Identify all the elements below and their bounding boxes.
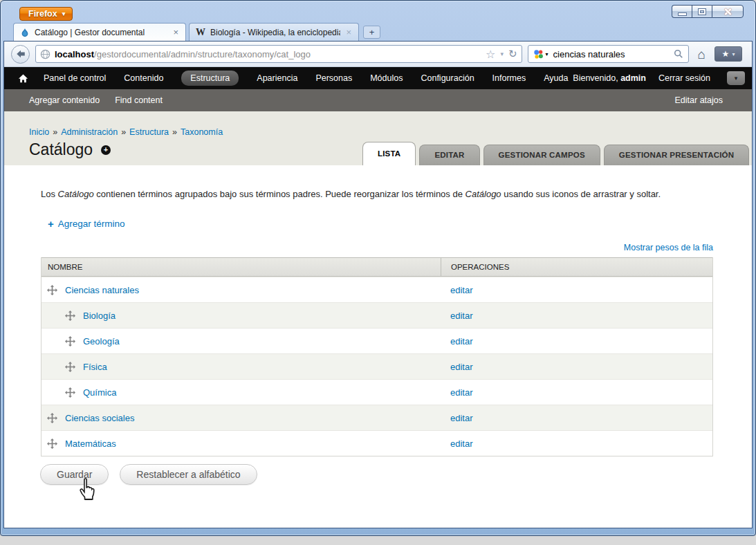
search-icon[interactable] [674,49,683,59]
edit-link[interactable]: editar [450,362,473,372]
menu-item-configuracion[interactable]: Configuración [421,71,474,86]
tab-gestionar-campos[interactable]: GESTIONAR CAMPOS [483,145,600,165]
tab-close-icon[interactable]: × [344,27,353,37]
shortcut-bar: Agregar contenido Find content Editar at… [4,89,752,111]
bookmark-star-icon[interactable]: ☆ [486,48,495,61]
maximize-icon [699,9,706,15]
new-tab-button[interactable]: + [363,26,380,39]
home-icon[interactable] [18,73,28,84]
wikipedia-favicon-icon: W [195,27,206,38]
drupal-page: Inicio»Administración»Estructura»Taxonom… [4,111,752,528]
breadcrumb-separator: » [172,127,177,137]
table-row: Matemáticas editar [42,430,712,456]
edit-link[interactable]: editar [450,311,473,321]
toolbar-toggle-button[interactable]: ▾ [727,71,745,85]
search-input[interactable]: ▾ ciencias naturales [528,45,689,63]
page-title: Catálogo [29,140,93,159]
admin-menu: Panel de control Contenido Estructura Ap… [44,71,568,86]
page-header: Inicio»Administración»Estructura»Taxonom… [4,111,752,165]
term-link[interactable]: Geología [83,336,120,347]
drag-handle-icon[interactable] [65,311,75,321]
hand-cursor-icon [78,478,96,502]
add-icon[interactable]: + [101,145,111,155]
username: admin [620,73,646,83]
menu-item-apariencia[interactable]: Apariencia [257,71,297,86]
term-link[interactable]: Ciencias naturales [65,285,139,295]
browser-tab-strip: Catálogo | Gestor documental × W Biologí… [1,21,755,41]
add-term-link[interactable]: + Agregar término [48,218,125,230]
drag-handle-icon[interactable] [47,413,57,423]
table-row: Ciencias naturales editar [42,277,712,302]
menu-item-estructura[interactable]: Estructura [181,71,239,86]
edit-link[interactable]: editar [450,285,473,295]
menu-item-ayuda[interactable]: Ayuda [544,71,568,86]
tab-lista[interactable]: LISTA [362,142,416,165]
chevron-down-icon[interactable]: ▾ [500,50,504,57]
show-row-weights-link[interactable]: Mostrar pesos de la fila [624,243,713,252]
term-link[interactable]: Física [83,362,107,372]
admin-toolbar: Panel de control Contenido Estructura Ap… [4,67,752,89]
tab-close-icon[interactable]: × [172,27,180,37]
drag-handle-icon[interactable] [65,336,75,347]
add-term-label: Agregar término [58,219,125,229]
firefox-menu-label: Firefox [28,9,57,19]
breadcrumb-estructura[interactable]: Estructura [129,127,169,137]
drag-handle-icon[interactable] [65,362,75,372]
page-tabs: LISTA EDITAR GESTIONAR CAMPOS GESTIONAR … [362,142,749,165]
desktop-background [0,536,756,545]
drag-handle-icon[interactable] [47,438,57,449]
maximize-button[interactable] [692,5,712,18]
back-button[interactable] [11,45,30,64]
welcome-text: Bienvenido, admin [573,73,646,83]
term-link[interactable]: Matemáticas [65,438,116,449]
breadcrumb-administracion[interactable]: Administración [61,127,118,137]
breadcrumb: Inicio»Administración»Estructura»Taxonom… [29,127,223,137]
logout-link[interactable]: Cerrar sesión [658,73,710,83]
shortcut-add-content[interactable]: Agregar contenido [29,95,100,105]
breadcrumb-inicio[interactable]: Inicio [29,127,49,137]
browser-tab-wikipedia[interactable]: W Biología - Wikipedia, la enciclopedia … [189,23,359,41]
admin-toolbar-right: Bienvenido, admin Cerrar sesión ▾ [573,71,745,85]
home-button[interactable]: ⌂ [694,48,709,61]
drag-handle-icon[interactable] [65,387,75,398]
minimize-icon [679,13,686,15]
bookmarks-button[interactable]: ★ ▾ [714,46,742,62]
term-link[interactable]: Ciencias sociales [65,413,134,423]
browser-content-frame: localhost/gestordocumental/admin/structu… [3,41,753,528]
close-button[interactable] [712,5,744,18]
chevron-down-icon[interactable]: ▾ [546,51,548,57]
shortcut-find-content[interactable]: Find content [115,95,163,105]
breadcrumb-taxonomia[interactable]: Taxonomía [181,127,223,137]
edit-shortcuts-link[interactable]: Editar atajos [675,95,723,105]
edit-link[interactable]: editar [450,413,473,423]
vocabulary-description: Los Catálogo contienen términos agrupado… [41,188,712,201]
browser-tab-catalogo[interactable]: Catálogo | Gestor documental × [13,23,186,41]
reset-alphabetical-button[interactable]: Restablecer a alfabético [120,464,257,485]
edit-link[interactable]: editar [450,438,473,449]
welcome-prefix: Bienvenido, [573,73,618,83]
tab-gestionar-presentacion[interactable]: GESTIONAR PRESENTACIÓN [604,145,749,165]
minimize-button[interactable] [672,5,692,18]
navigation-toolbar: localhost/gestordocumental/admin/structu… [4,41,752,67]
chevron-down-icon: ▾ [735,75,738,82]
drag-handle-icon[interactable] [47,285,57,295]
reload-icon[interactable]: ↻ [508,48,517,60]
plus-icon: + [48,218,54,230]
tab-title: Catálogo | Gestor documental [35,28,167,37]
save-button[interactable]: Guardar [40,464,109,485]
url-bar[interactable]: localhost/gestordocumental/admin/structu… [35,45,522,63]
column-header-nombre: NOMBRE [42,258,441,276]
edit-link[interactable]: editar [450,387,473,398]
tab-editar[interactable]: EDITAR [419,145,479,165]
menu-item-informes[interactable]: Informes [492,71,526,86]
term-link[interactable]: Química [83,387,116,398]
menu-item-contenido[interactable]: Contenido [124,71,163,86]
menu-item-modulos[interactable]: Módulos [370,71,403,86]
edit-link[interactable]: editar [450,336,473,347]
firefox-menu-button[interactable]: Firefox ▾ [19,7,73,21]
term-link[interactable]: Biología [83,311,116,321]
menu-item-panel-de-control[interactable]: Panel de control [44,71,106,86]
table-row: Ciencias sociales editar [42,405,712,430]
chevron-down-icon: ▾ [732,51,735,57]
menu-item-personas[interactable]: Personas [315,71,352,86]
